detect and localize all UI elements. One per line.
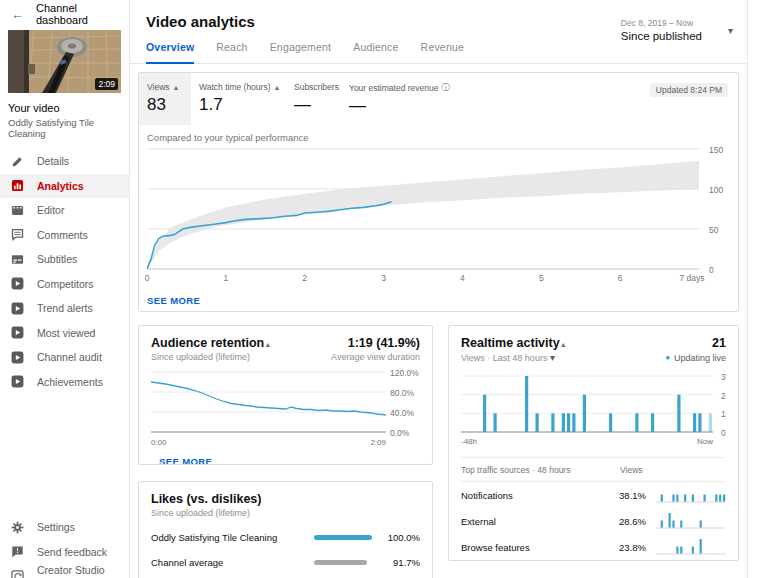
date-range-picker[interactable]: Dec 8, 2019 – Now Since published ▾: [621, 18, 733, 42]
likes-row-label: Channel average: [151, 557, 314, 568]
x-tick-label: 2: [302, 273, 307, 283]
tab-engagement[interactable]: Engagement: [270, 41, 332, 63]
x-tick-start: 0:00: [151, 438, 167, 447]
chevron-down-icon: ▾: [550, 352, 555, 363]
y-tick-label: 3: [721, 372, 726, 382]
sidebar-item-analytics[interactable]: Analytics: [0, 174, 129, 199]
y-tick-label: 40.0%: [390, 408, 414, 418]
duration-badge: 2:09: [95, 78, 118, 90]
sidebar-item-subtitles[interactable]: Subtitles: [0, 247, 129, 272]
traffic-rows: Notifications38.1%External28.6%Browse fe…: [461, 482, 726, 561]
realtime-chart: 0123 -48h Now: [461, 373, 726, 449]
back-to-dashboard[interactable]: ← Channel dashboard: [0, 0, 129, 28]
sidebar-item-trend-alerts[interactable]: Trend alerts: [0, 296, 129, 321]
back-arrow-icon: ←: [11, 7, 24, 22]
sidebar: ← Channel dashboard 2:09 Your video Oddl: [0, 0, 130, 578]
gear-icon: [11, 521, 24, 534]
metric-strip: Views▲83Watch time (hours)▲1.7Subscriber…: [139, 73, 738, 125]
likes-title: Likes (vs. dislikes): [151, 492, 261, 506]
sidebar-item-label: Analytics: [37, 180, 84, 192]
sidebar-item-editor[interactable]: Editor: [0, 198, 129, 223]
likes-row-channel-average: Channel average91.7%: [151, 557, 420, 568]
sidebar-item-label: Details: [37, 155, 69, 167]
likes-row-label: Oddly Satisfying Tile Cleaning: [151, 532, 314, 543]
metric-label: Watch time (hours): [199, 82, 270, 92]
sidebar-item-comments[interactable]: Comments: [0, 223, 129, 248]
play-icon: [11, 302, 24, 315]
tab-revenue[interactable]: Revenue: [421, 41, 464, 63]
your-video-label: Your video: [8, 102, 121, 114]
metric-value: 1.7: [199, 95, 286, 115]
likes-subtitle: Since uploaded (lifetime): [151, 508, 250, 518]
sidebar-item-creator-studio-classic[interactable]: Creator Studio Classic: [0, 564, 129, 578]
traffic-source-percent: 28.6%: [610, 516, 646, 527]
play-icon: [11, 326, 24, 339]
sidebar-item-channel-audit[interactable]: Channel audit: [0, 345, 129, 370]
overview-card: Views▲83Watch time (hours)▲1.7Subscriber…: [138, 72, 739, 312]
sidebar-item-label: Achievements: [37, 376, 103, 388]
traffic-source-label: Browse features: [461, 542, 610, 553]
retention-title: Audience retention: [151, 336, 264, 350]
tab-reach[interactable]: Reach: [216, 41, 247, 63]
traffic-row-notifications: Notifications38.1%: [461, 482, 726, 508]
realtime-chart-plot: [461, 373, 713, 435]
likes-card: Likes (vs. dislikes) Since uploaded (lif…: [138, 481, 433, 578]
y-tick-label: 0.0%: [390, 428, 409, 438]
film-icon: [11, 204, 24, 217]
tab-bar: OverviewReachEngagementAudienceRevenue: [130, 41, 747, 64]
metric-label: Views: [147, 82, 170, 92]
realtime-y-labels: 0123: [715, 373, 735, 435]
likes-row-percent: 91.7%: [382, 557, 420, 568]
play-icon: [11, 375, 24, 388]
traffic-row-youtube-search: YouTube search9.5%: [461, 560, 726, 561]
warning-icon: ▲: [173, 84, 180, 91]
retention-see-more-link[interactable]: SEE MORE: [159, 456, 212, 465]
retention-value-label: Average view duration: [331, 352, 420, 362]
retention-y-labels: 0.0%40.0%80.0%120.0%: [384, 370, 422, 436]
tab-audience[interactable]: Audience: [353, 41, 398, 63]
traffic-sources-table: Top traffic sources · 48 hours Views Not…: [461, 457, 726, 561]
y-tick-label: 0: [721, 428, 726, 438]
warning-icon: ▲: [264, 341, 271, 348]
traffic-source-label: Notifications: [461, 490, 610, 501]
live-dot-icon: ●: [665, 353, 670, 362]
warning-icon: ▲: [273, 84, 280, 91]
x-tick-label: 5: [539, 273, 544, 283]
metric-views[interactable]: Views▲83: [139, 73, 191, 125]
metric-your-estimated-revenue[interactable]: Your estimated revenueⓘ—: [341, 73, 501, 125]
info-icon: ⓘ: [441, 82, 449, 93]
sidebar-item-details[interactable]: Details: [0, 149, 129, 174]
classic-icon: [11, 570, 24, 578]
sidebar-item-label: Settings: [37, 521, 75, 533]
y-tick-label: 50: [709, 225, 718, 235]
performance-y-labels: 050100150: [703, 145, 733, 271]
y-tick-label: 100: [709, 185, 723, 195]
metric-subscribers[interactable]: Subscribers—: [286, 73, 341, 125]
y-tick-label: 80.0%: [390, 388, 414, 398]
x-tick-start: -48h: [461, 437, 477, 446]
y-tick-label: 150: [709, 145, 723, 155]
sidebar-footer: SettingsSend feedbackCreator Studio Clas…: [0, 515, 129, 578]
traffic-sparkline: [656, 487, 726, 503]
x-tick-label: 0: [145, 273, 150, 283]
realtime-title: Realtime activity: [461, 336, 560, 350]
realtime-filter-dropdown[interactable]: Views · Last 48 hours ▾: [461, 352, 555, 363]
tab-overview[interactable]: Overview: [146, 41, 194, 64]
sidebar-item-achievements[interactable]: Achievements: [0, 370, 129, 395]
performance-chart: 050100150 01234567 days: [147, 145, 730, 287]
sidebar-item-send-feedback[interactable]: Send feedback: [0, 540, 129, 565]
metric-watch-time-hours[interactable]: Watch time (hours)▲1.7: [191, 73, 286, 125]
metric-label: Subscribers: [294, 82, 339, 92]
video-thumbnail[interactable]: 2:09: [8, 30, 121, 93]
sidebar-item-settings[interactable]: Settings: [0, 515, 129, 540]
traffic-sparkline-cell: [656, 513, 726, 529]
y-tick-label: 1: [721, 409, 726, 419]
comment-icon: [11, 228, 24, 241]
sidebar-item-label: Send feedback: [37, 546, 107, 558]
sidebar-item-label: Comments: [37, 229, 88, 241]
sidebar-item-competitors[interactable]: Competitors: [0, 272, 129, 297]
performance-x-labels: 01234567 days: [147, 273, 699, 285]
play-icon: [11, 277, 24, 290]
overview-see-more-link[interactable]: SEE MORE: [147, 295, 200, 306]
sidebar-item-most-viewed[interactable]: Most viewed: [0, 321, 129, 346]
